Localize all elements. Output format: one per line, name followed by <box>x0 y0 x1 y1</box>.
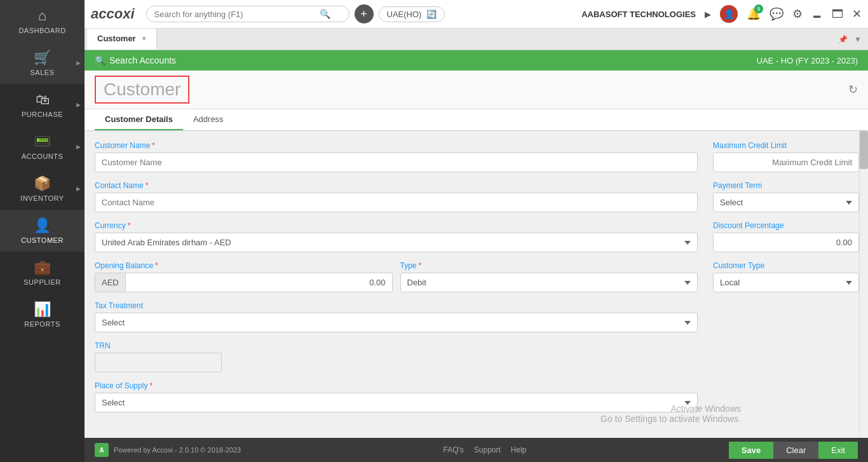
sub-tab-label-address: Address <box>193 114 224 124</box>
customer-icon: 👤 <box>34 217 51 234</box>
sidebar-label-customer: CUSTOMER <box>21 236 64 244</box>
customer-name-label: Customer Name * <box>95 141 698 150</box>
place-of-supply-label: Place of Supply * <box>95 381 698 390</box>
customer-type-group: Customer Type Local Foreign <box>713 261 859 292</box>
discount-percentage-group: Discount Percentage <box>713 221 859 252</box>
sidebar-item-customer[interactable]: 👤 CUSTOMER <box>0 210 85 252</box>
max-credit-limit-input[interactable] <box>713 153 859 172</box>
supplier-icon: 💼 <box>34 259 51 276</box>
topbar: accoxi 🔍 + UAE(HO) 🔄 AABASOFT TECHNOLOGI… <box>85 0 868 29</box>
purchase-icon: 🛍 <box>36 92 50 108</box>
sidebar-item-dashboard[interactable]: ⌂ DASHBOARD <box>0 0 85 42</box>
opening-balance-group: Opening Balance * AED <box>95 261 698 292</box>
purchase-arrow-icon: ▶ <box>76 102 81 108</box>
opening-balance-label: Opening Balance * <box>95 261 393 270</box>
trn-input[interactable] <box>95 353 222 372</box>
search-bar[interactable]: 🔍 <box>146 6 349 22</box>
save-button[interactable]: Save <box>729 442 773 459</box>
settings-button[interactable]: ⚙ <box>792 7 803 21</box>
inventory-arrow-icon: ▶ <box>76 186 81 192</box>
sales-arrow-icon: ▶ <box>76 60 81 66</box>
payment-term-select[interactable]: Select <box>713 193 859 212</box>
contact-name-required: * <box>146 181 149 190</box>
close-window-button[interactable]: ✕ <box>852 7 862 21</box>
accounts-icon: 📟 <box>34 133 51 150</box>
ob-left: Opening Balance * AED <box>95 261 393 292</box>
minimize-button[interactable]: 🗕 <box>811 8 823 21</box>
type-select[interactable]: Debit Credit <box>400 273 698 292</box>
sales-icon: 🛒 <box>34 50 51 66</box>
bottom-links: FAQ's Support Help <box>443 445 526 454</box>
support-link[interactable]: Support <box>474 445 501 454</box>
opening-balance-input[interactable] <box>126 273 392 292</box>
sub-tab-customer-details[interactable]: Customer Details <box>95 109 183 130</box>
currency-select[interactable]: United Arab Emirates dirham - AED <box>95 233 698 252</box>
sidebar-label-accounts: ACCOUNTS <box>22 153 64 160</box>
powered-by-text: Powered by Accoxi - 2.0.10 © 2018-2023 <box>114 446 241 454</box>
sub-tab-label-details: Customer Details <box>105 114 173 124</box>
form-scroll-container: Customer Name * Contact Name * <box>85 131 868 438</box>
inventory-icon: 📦 <box>34 175 51 192</box>
scrollbar-thumb[interactable] <box>860 131 868 169</box>
search-accounts-button[interactable]: 🔍 Search Accounts <box>95 55 176 65</box>
customer-name-input[interactable] <box>95 153 698 172</box>
reports-icon: 📊 <box>34 301 51 318</box>
aed-input-group: AED <box>95 273 393 292</box>
tab-pin-icon[interactable]: 📌 <box>836 32 850 46</box>
sub-tab-address[interactable]: Address <box>183 109 234 130</box>
powered-icon-label: A <box>99 447 104 454</box>
type-required: * <box>419 261 422 270</box>
tab-more-icon[interactable]: ▼ <box>850 32 865 46</box>
accoxi-logo-icon: A <box>95 443 109 457</box>
opening-balance-row: Opening Balance * AED <box>95 261 698 292</box>
sidebar-item-sales[interactable]: 🛒 SALES ▶ <box>0 42 85 84</box>
place-of-supply-select[interactable]: Select <box>95 393 698 412</box>
sidebar-item-accounts[interactable]: 📟 ACCOUNTS ▶ <box>0 126 85 168</box>
customer-name-required: * <box>152 141 155 150</box>
customer-type-label: Customer Type <box>713 261 859 270</box>
currency-group: Currency * United Arab Emirates dirham -… <box>95 221 698 252</box>
contact-name-input[interactable] <box>95 193 698 212</box>
help-link[interactable]: Help <box>511 445 527 454</box>
add-button[interactable]: + <box>355 4 374 24</box>
sidebar-label-reports: REPORTS <box>24 320 60 328</box>
refresh-icon[interactable]: ↻ <box>848 83 858 97</box>
accounts-arrow-icon: ▶ <box>76 144 81 150</box>
tab-customer[interactable]: Customer × <box>87 29 157 50</box>
trn-label: TRN <box>95 341 698 350</box>
customer-type-select[interactable]: Local Foreign <box>713 273 859 292</box>
sidebar-item-reports[interactable]: 📊 REPORTS <box>0 294 85 336</box>
topbar-right: AABASOFT TECHNOLOGIES ▶ 👤 🔔 8 💬 ⚙ 🗕 🗖 ✕ <box>581 5 862 23</box>
tax-treatment-select[interactable]: Select <box>95 313 698 332</box>
discount-percentage-input[interactable] <box>713 233 859 252</box>
avatar: 👤 <box>720 5 738 23</box>
scrollbar-track[interactable] <box>859 131 868 438</box>
maximize-button[interactable]: 🗖 <box>832 8 843 21</box>
currency-label: Currency * <box>95 221 698 230</box>
org-refresh-icon: 🔄 <box>426 10 437 19</box>
sidebar-label-inventory: INVENTORY <box>20 194 64 202</box>
notification-badge: 8 <box>754 4 763 13</box>
clear-button[interactable]: Clear <box>773 442 818 459</box>
sidebar-item-purchase[interactable]: 🛍 PURCHASE ▶ <box>0 84 85 126</box>
messages-button[interactable]: 💬 <box>770 7 783 21</box>
tab-close-icon[interactable]: × <box>142 35 146 42</box>
bottom-bar: A Powered by Accoxi - 2.0.10 © 2018-2023… <box>85 438 868 462</box>
org-info: UAE - HO (FY 2023 - 2023) <box>757 56 858 65</box>
currency-required: * <box>128 221 131 230</box>
org-selector[interactable]: UAE(HO) 🔄 <box>379 6 445 22</box>
expand-icon[interactable]: ▶ <box>705 10 711 19</box>
sidebar-label-purchase: PURCHASE <box>22 111 63 118</box>
search-accounts-icon: 🔍 <box>95 55 105 65</box>
ob-required: * <box>155 261 158 270</box>
notifications-button[interactable]: 🔔 8 <box>747 7 761 21</box>
sidebar-item-inventory[interactable]: 📦 INVENTORY ▶ <box>0 168 85 210</box>
green-header: 🔍 Search Accounts UAE - HO (FY 2023 - 20… <box>85 50 868 71</box>
company-name: AABASOFT TECHNOLOGIES <box>581 10 696 19</box>
faq-link[interactable]: FAQ's <box>443 445 463 454</box>
ob-right: Type * Debit Credit <box>400 261 698 292</box>
exit-button[interactable]: Exit <box>818 442 858 459</box>
sidebar-item-supplier[interactable]: 💼 SUPPLIER <box>0 252 85 294</box>
search-input[interactable] <box>154 10 320 19</box>
discount-percentage-label: Discount Percentage <box>713 221 859 230</box>
